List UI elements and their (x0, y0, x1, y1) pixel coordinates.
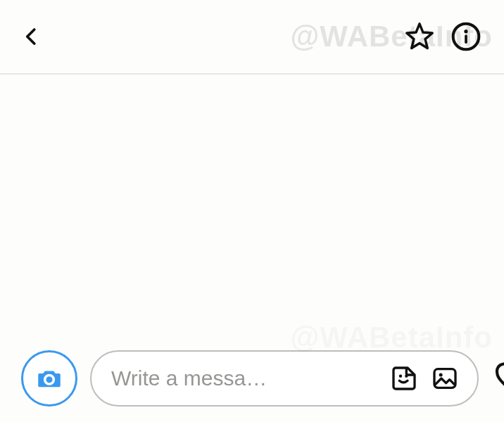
svg-point-4 (399, 375, 402, 378)
star-icon (403, 20, 436, 53)
like-button[interactable] (491, 359, 504, 398)
svg-rect-2 (465, 34, 467, 44)
chat-messages-area (0, 75, 504, 345)
heart-icon (493, 361, 504, 396)
camera-icon (34, 364, 64, 393)
composer-bar (0, 345, 504, 422)
gallery-button[interactable] (429, 363, 460, 394)
svg-point-5 (405, 375, 408, 378)
camera-button[interactable] (21, 350, 77, 407)
favorite-button[interactable] (403, 20, 436, 53)
header-right (403, 20, 483, 53)
sticker-icon (390, 364, 418, 392)
message-input-container (90, 350, 479, 407)
back-button[interactable] (20, 25, 44, 49)
info-button[interactable] (449, 20, 483, 53)
image-icon (431, 364, 459, 392)
header-left (20, 25, 44, 49)
chevron-left-icon (21, 26, 42, 47)
svg-point-7 (439, 373, 443, 377)
svg-rect-6 (434, 369, 455, 388)
info-icon (451, 21, 481, 52)
svg-point-1 (464, 30, 467, 33)
sticker-button[interactable] (389, 363, 420, 394)
chat-screen: @WABetaInfo @WABe (0, 0, 504, 422)
header-bar: @WABetaInfo (0, 0, 504, 75)
message-input[interactable] (111, 366, 379, 390)
